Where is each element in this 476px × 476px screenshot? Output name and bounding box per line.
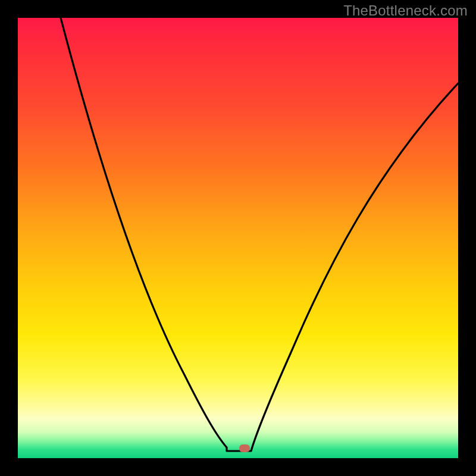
watermark-text: TheBottleneck.com [343,2,468,19]
bottleneck-curve [18,18,458,458]
current-point-marker [239,444,250,452]
curve-path [61,18,458,451]
outer-frame: TheBottleneck.com [0,0,476,476]
plot-area [18,18,458,458]
